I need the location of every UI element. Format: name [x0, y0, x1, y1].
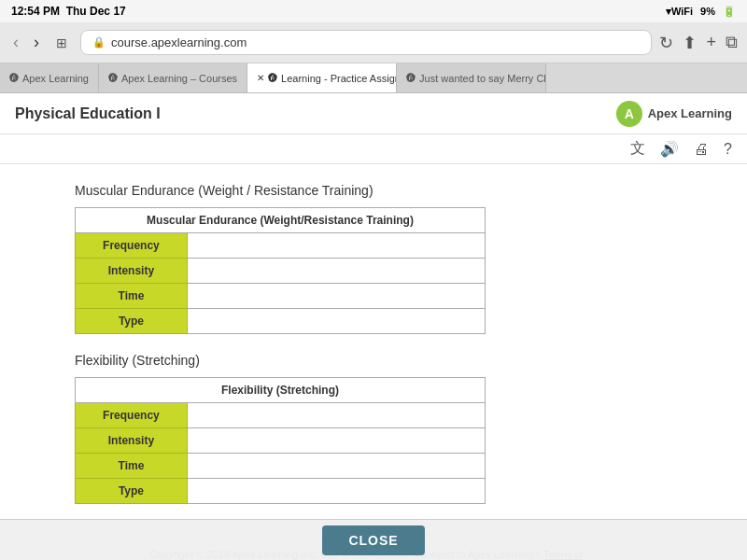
tab-favicon-4: 🅐 — [406, 73, 416, 83]
help-icon[interactable]: ? — [724, 141, 732, 158]
refresh-button[interactable]: ↻ — [659, 33, 673, 53]
row-label: Intensity — [76, 259, 188, 284]
row-label: Frequency — [76, 403, 188, 428]
row-value[interactable] — [187, 284, 485, 309]
tab-favicon-3b: 🅐 — [268, 73, 277, 83]
reader-button[interactable]: ⊞ — [50, 34, 73, 52]
tab-label-2: Apex Learning – Courses — [121, 73, 237, 84]
status-right: ▾WiFi 9% 🔋 — [666, 6, 736, 18]
translate-icon[interactable]: 文 — [630, 139, 645, 159]
tab-favicon-3: ✕ — [257, 73, 264, 83]
battery-icon: 🔋 — [723, 6, 736, 18]
table-header-cell-1: Muscular Endurance (Weight/Resistance Tr… — [76, 208, 486, 233]
tab-merry-christmas[interactable]: 🅐 Just wanted to say Merry Chri... — [397, 63, 546, 92]
section2-label: Flexibility (Stretching) — [75, 353, 672, 368]
tab-favicon-1: 🅐 — [9, 73, 19, 83]
row-label: Type — [76, 309, 188, 334]
table-row: Time — [76, 454, 486, 479]
browser-chrome: ‹ › ⊞ 🔒 course.apexlearning.com ↻ ⬆ + ⧉ — [0, 22, 747, 63]
tab-apex-courses[interactable]: 🅐 Apex Learning – Courses — [99, 63, 247, 92]
tabs-button[interactable]: ⧉ — [726, 33, 738, 53]
battery-indicator: 9% — [700, 6, 715, 17]
row-value[interactable] — [187, 309, 485, 334]
tab-favicon-2: 🅐 — [108, 73, 118, 83]
table-header-cell-2: Flexibility (Stretching) — [76, 378, 486, 403]
table-row: Intensity — [76, 428, 486, 454]
browser-actions: ↻ ⬆ + ⧉ — [659, 33, 738, 53]
tab-practice-assignment[interactable]: ✕ 🅐 Learning - Practice Assignment — [247, 63, 397, 92]
toolbar-icons: 文 🔊 🖨 ? — [0, 134, 747, 164]
print-icon[interactable]: 🖨 — [694, 141, 709, 158]
main-content: Muscular Endurance (Weight / Resistance … — [0, 164, 747, 560]
lock-icon: 🔒 — [92, 36, 106, 49]
table-header-row-2: Flexibility (Stretching) — [76, 378, 486, 403]
modal-footer: CLOSE — [0, 519, 747, 560]
row-label: Type — [76, 479, 188, 504]
row-value[interactable] — [187, 454, 485, 479]
row-label: Time — [76, 284, 188, 309]
table-header-row-1: Muscular Endurance (Weight/Resistance Tr… — [76, 208, 486, 233]
share-button[interactable]: ⬆ — [683, 33, 697, 53]
header-right: A Apex Learning — [616, 101, 732, 127]
table-row: Time — [76, 284, 486, 309]
tabs-bar: 🅐 Apex Learning 🅐 Apex Learning – Course… — [0, 63, 747, 93]
close-button[interactable]: CLOSE — [322, 525, 424, 555]
address-bar[interactable]: 🔒 course.apexlearning.com — [80, 30, 652, 55]
apex-logo-icon: A — [616, 101, 642, 127]
new-tab-button[interactable]: + — [706, 33, 716, 53]
table-row: Type — [76, 479, 486, 504]
row-label: Intensity — [76, 428, 188, 454]
tab-label-3: Learning - Practice Assignment — [281, 73, 397, 84]
row-value[interactable] — [187, 403, 485, 428]
table-flexibility: Flexibility (Stretching) Frequency Inten… — [75, 377, 486, 504]
section1-label: Muscular Endurance (Weight / Resistance … — [75, 183, 672, 198]
table-muscular-endurance: Muscular Endurance (Weight/Resistance Tr… — [75, 207, 486, 334]
table-row: Frequency — [76, 233, 486, 259]
apex-logo: A Apex Learning — [616, 101, 732, 127]
table-row: Intensity — [76, 259, 486, 284]
status-bar: 12:54 PM Thu Dec 17 ▾WiFi 9% 🔋 — [0, 0, 747, 22]
table-row: Type — [76, 309, 486, 334]
row-value[interactable] — [187, 428, 485, 454]
row-value[interactable] — [187, 479, 485, 504]
tab-label-4: Just wanted to say Merry Chri... — [419, 73, 546, 84]
wifi-icon: ▾WiFi — [666, 6, 693, 18]
row-value[interactable] — [187, 233, 485, 259]
page-title: Physical Education I — [15, 105, 161, 122]
forward-button[interactable]: › — [30, 31, 43, 54]
row-value[interactable] — [187, 259, 485, 284]
back-button[interactable]: ‹ — [9, 31, 22, 54]
audio-icon[interactable]: 🔊 — [660, 140, 679, 158]
tab-apex-learning[interactable]: 🅐 Apex Learning — [0, 63, 99, 92]
status-time: 12:54 PM Thu Dec 17 — [11, 5, 126, 18]
table-row: Frequency — [76, 403, 486, 428]
apex-logo-text: Apex Learning — [648, 106, 732, 120]
row-label: Time — [76, 454, 188, 479]
row-label: Frequency — [76, 233, 188, 259]
page-header: Physical Education I A Apex Learning — [0, 93, 747, 134]
url-text: course.apexlearning.com — [111, 35, 247, 49]
tab-label-1: Apex Learning — [22, 73, 89, 84]
